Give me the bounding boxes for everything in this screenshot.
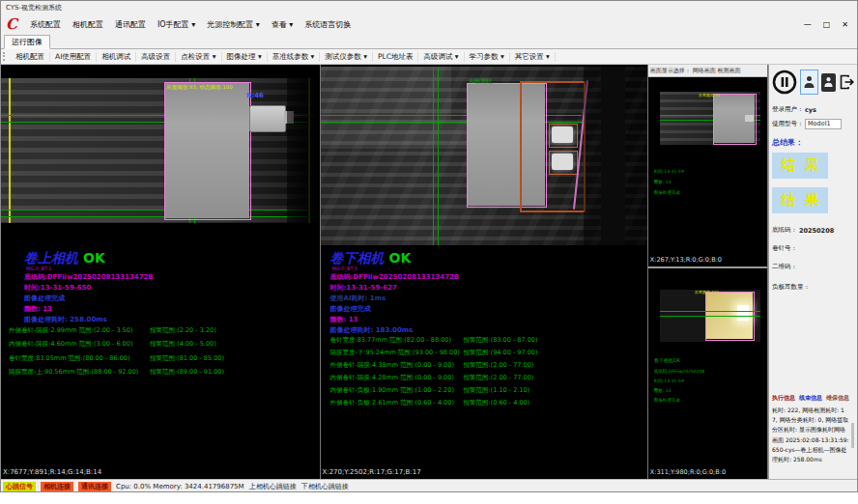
turn-count: 圈数: 13	[330, 315, 358, 324]
thumb-info-line: 圈数: 13	[654, 180, 672, 184]
measurement-row: 内侧卷针-隔膜:4.60mm 范围:(3.00 - 6.00) 报警范围:(4.…	[9, 340, 318, 349]
thumb-info-line: 时间:13-31-59	[654, 378, 684, 383]
tool-spot-check[interactable]: 点检设置 ▾	[176, 52, 221, 62]
camera1-image[interactable]: 灰度阈值:93, 动态阈值:100 R:46	[1, 78, 321, 223]
scene-shadow	[584, 67, 648, 245]
tool-baseline-params[interactable]: 基准线参数 ▾	[268, 52, 321, 62]
mg-info: MG:0_BT:1	[26, 266, 51, 271]
tool-plc-address[interactable]: PLC地址表	[373, 52, 418, 62]
menu-system-config[interactable]: 系统配置	[24, 17, 67, 32]
menu-comm-config[interactable]: 通讯配置	[109, 17, 152, 32]
login-user-label: 登录用户：	[772, 105, 805, 114]
cell-code-row: 底纸码： 20250208	[772, 226, 854, 235]
measurement-row: 内侧卷针-负极:1.90mm 范围:(1.00 - 2.20) 报警范围:(1.…	[330, 386, 645, 395]
alarm-range: 报警范围:(83.00 - 87.00)	[464, 336, 538, 345]
green-baseline	[660, 311, 760, 312]
maximize-icon[interactable]: □	[823, 20, 831, 29]
tool-tester-params[interactable]: 测试仪参数 ▾	[320, 52, 373, 62]
measure-text: 隔膜宽度-上:90.56mm 范围:(88.00 - 92.00)	[9, 368, 138, 376]
camera2-name: 卷下相机	[330, 250, 385, 266]
heartbeat-status-badge: 心跳信号	[3, 482, 36, 491]
menu-io-config[interactable]: IO手配置 ▾	[152, 17, 201, 32]
camera1-ok-status: OK	[83, 250, 105, 266]
neg-tab-count-label: 负极耳数量：	[772, 283, 810, 292]
model-label: 使用型号：	[772, 120, 805, 128]
alarm-range: 报警范围:(94.00 - 97.00)	[464, 349, 538, 357]
measurement-row: 卷针宽度:83.05mm 范围:(80.00 - 86.00) 报警范围:(81…	[9, 354, 318, 363]
measurement-row: 卷针宽度:83.77mm 范围:(82.00 - 88.00) 报警范围:(83…	[330, 336, 645, 345]
neg-tab-count-row: 负极耳数量：	[772, 283, 854, 292]
operator-button[interactable]	[821, 73, 836, 92]
qrcode-row: 二维码：	[772, 263, 854, 271]
tab-harness-info[interactable]: 线束信息	[799, 394, 822, 403]
green-measure-line	[433, 67, 434, 245]
tab-run-image[interactable]: 运行图像	[4, 35, 50, 49]
tool-advanced-settings[interactable]: 高级设置	[136, 52, 176, 62]
menu-view[interactable]: 查看 ▾	[266, 17, 300, 32]
measurement-row: 隔膜宽度-上:90.56mm 范围:(88.00 - 92.00) 报警范围:(…	[9, 368, 318, 377]
close-icon[interactable]: ✕	[842, 20, 848, 29]
cell-code: 底纸码:DFFiiw2025020813313472B	[330, 272, 460, 282]
ai-detect-label: AI检测框	[470, 77, 493, 86]
pause-button[interactable]	[772, 70, 797, 95]
thumb-ok-line: 卷下相机OK	[654, 357, 680, 363]
camera2-image[interactable]: AI检测框	[321, 67, 648, 245]
pause-icon	[772, 70, 797, 95]
tool-camera-config[interactable]: 相机配置	[11, 52, 50, 62]
tool-camera-debug[interactable]: 相机调试	[97, 52, 136, 62]
processing-done: 图像处理完成	[330, 304, 371, 314]
toolbar: 相机配置 AI使用配置 相机调试 高级设置 点检设置 ▾ 图像处理 ▾ 基准线参…	[1, 49, 857, 65]
tab-exec-info[interactable]: 执行信息	[772, 394, 795, 403]
titlebar: CYS-视觉检测系统	[1, 1, 857, 14]
alarm-range: 报警范围:(2.20 - 3.20)	[150, 326, 216, 335]
main-area: 灰度阈值:93, 动态阈值:100 R:46 卷上相机OK MG:0_BT:1 …	[1, 65, 857, 479]
pink-roi-box	[164, 82, 251, 220]
measure-text: 外侧卷针-隔膜:4.38mm 范围:(0.00 - 9.00)	[330, 361, 454, 369]
alarm-range: 报警范围:(4.00 - 5.00)	[150, 340, 216, 349]
needle-no-label: 卷针号：	[772, 244, 797, 253]
comm-connection-badge: 通讯连接	[78, 482, 111, 491]
exit-button[interactable]	[839, 73, 854, 91]
threshold-annotation: 灰度阈值:93, 动态阈值:100	[166, 84, 248, 91]
tool-ai-config[interactable]: AI使用配置	[50, 52, 97, 62]
green-baseline	[1, 216, 321, 217]
menubar: C 系统配置 相机配置 通讯配置 IO手配置 ▾ 光源控制配置 ▾ 查看 ▾ 系…	[1, 14, 857, 35]
thumb-info-line: 图像处理完成	[654, 190, 680, 195]
tool-other-settings[interactable]: 其它设置 ▾	[510, 52, 556, 62]
thumbnail-camera1[interactable]: 灰度阈值:93 时间:13-31-59 圈数: 13 图像处理完成 X:267;…	[648, 77, 767, 266]
toolbar-grip[interactable]	[3, 52, 7, 61]
sidebar: 登录用户： cys 使用型号： Model1 总结果： 结果 结果 底纸码： 2…	[768, 65, 857, 479]
tab-detect-box	[549, 151, 578, 175]
window-controls: — □ ✕	[804, 20, 857, 29]
display-mode-selector[interactable]: 画面显示选择： 网络画面 检测画面	[648, 65, 767, 77]
menu-language-switch[interactable]: 系统语言切换	[299, 17, 357, 32]
model-select[interactable]: Model1	[805, 119, 842, 129]
thumb2-pixel-coord: X:311;Y:980;R:0;G:0;B:0	[650, 468, 726, 476]
login-user-button[interactable]	[800, 70, 818, 95]
cpu-memory-status: Cpu: 0.0% Memory: 3424.41796875M	[116, 483, 244, 490]
measurement-row: 外侧卷针-负极:2.61mm 范围:(0.60 - 4.00) 报警范围:(0.…	[330, 399, 645, 407]
info-tabs: 执行信息 线束信息 维保信息	[772, 394, 854, 403]
measure-text: 内侧卷针-隔膜:4.28mm 范围:(0.00 - 9.00)	[330, 374, 454, 381]
thumb-info-line: 圈数: 13	[654, 388, 672, 393]
menu-light-config[interactable]: 光源控制配置 ▾	[201, 17, 266, 32]
log-scrollbar[interactable]	[851, 423, 854, 448]
camera2-panel[interactable]: AI检测框 卷下相机OK MG:0_BT:0 底纸码:DFFiiw2025020…	[321, 65, 648, 479]
alarm-range: 报警范围:(2.00 - 77.00)	[464, 361, 534, 370]
menu-camera-config[interactable]: 相机配置	[67, 17, 109, 32]
tool-learning-params[interactable]: 学习参数 ▾	[465, 52, 510, 62]
tool-image-processing[interactable]: 图像处理 ▾	[222, 52, 268, 62]
camera1-panel[interactable]: 灰度阈值:93, 动态阈值:100 R:46 卷上相机OK MG:0_BT:1 …	[1, 65, 321, 479]
camera2-ok-status: OK	[389, 250, 412, 266]
tab-maintenance-info[interactable]: 维保信息	[826, 394, 849, 403]
total-result-label: 总结果：	[772, 137, 854, 148]
cell-code-label: 底纸码：	[772, 226, 797, 235]
mg-info: MG:0_BT:0	[332, 266, 358, 271]
measure-text: 卷针宽度:83.77mm 范围:(82.00 - 88.00)	[330, 336, 451, 344]
minimize-icon[interactable]: —	[804, 20, 812, 29]
machine-structure	[321, 67, 451, 120]
thumbnail-camera2[interactable]: 灰度阈值:100 卷下相机OK 底纸码:DFFiiw20250208 时间:13…	[648, 268, 767, 479]
thumb1-image: 灰度阈值:93	[660, 92, 760, 145]
scene-shadow	[287, 78, 321, 223]
tool-advanced-debug[interactable]: 高级调试 ▾	[418, 52, 464, 62]
